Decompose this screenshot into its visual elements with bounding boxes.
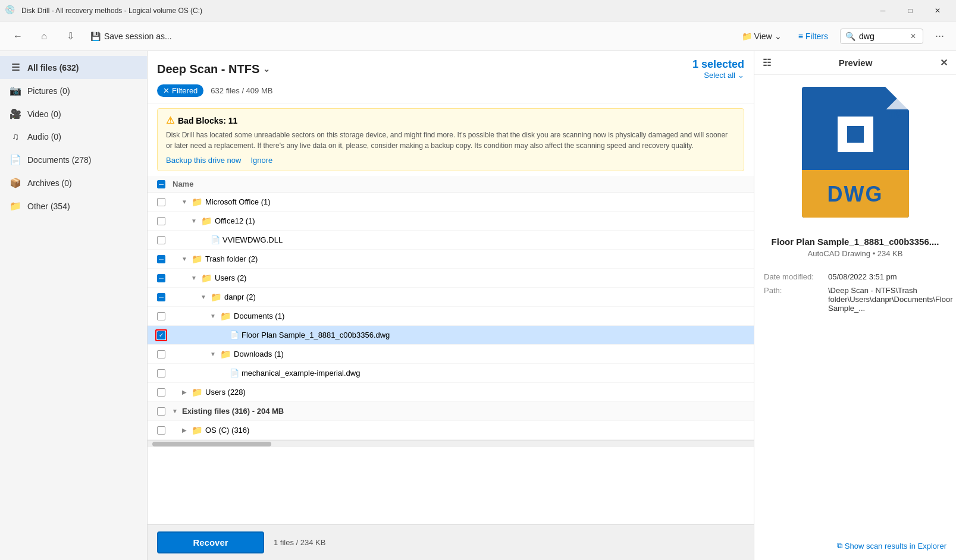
backup-link[interactable]: Backup this drive now (166, 156, 241, 165)
table-row[interactable]: ➡ ▶ 📄 Floor Plan Sample_1_8881_c00b3356.… (148, 326, 754, 345)
preview-close-button[interactable]: ✕ (940, 57, 948, 68)
filter-label: Filtered (172, 86, 198, 95)
title-bar-text: Disk Drill - All recovery methods - Logi… (21, 7, 869, 15)
show-in-explorer-button[interactable]: ⧉ Show scan results in Explorer (837, 541, 946, 550)
file-tree-header: Name (148, 176, 754, 193)
scan-title: Deep Scan - NTFS ⌄ (157, 62, 270, 76)
row-checkbox[interactable] (157, 388, 165, 397)
row-checkbox[interactable] (157, 407, 165, 416)
row-checkbox[interactable] (157, 312, 165, 320)
folder-icon: 📁 (192, 254, 203, 265)
scan-title-chevron[interactable]: ⌄ (263, 64, 270, 74)
sidebar-item-archives[interactable]: 📦 Archives (0) (0, 171, 147, 194)
expand-icon[interactable]: ▶ (180, 426, 189, 435)
expand-icon[interactable]: ▼ (170, 407, 180, 416)
table-row[interactable]: ▼ 📁 Microsoft Office (1) (148, 193, 754, 212)
toolbar: ← ⌂ ⇩ 💾 Save session as... 📁 View ⌄ ≡ Fi… (0, 21, 956, 51)
row-checkbox[interactable] (157, 198, 165, 206)
sidebar-item-label: All files (632) (27, 63, 79, 73)
preview-filename: Floor Plan Sample_1_8881_c00b3356.... (764, 237, 946, 247)
row-checkbox[interactable] (157, 217, 165, 225)
table-row[interactable]: ▼ 📁 Downloads (1) (148, 345, 754, 364)
file-tree-container[interactable]: Name ▼ 📁 Microsoft Office (1) ▼ 📁 Office… (148, 176, 754, 524)
sidebar-item-label: Other (354) (27, 202, 70, 211)
table-row[interactable]: ▼ 📁 Office12 (1) (148, 212, 754, 231)
dwg-file-icon: 📄 (230, 369, 239, 377)
preview-image-area: DWG TM (754, 75, 956, 237)
title-bar: 💿 Disk Drill - All recovery methods - Lo… (0, 0, 956, 21)
back-button[interactable]: ← (7, 26, 29, 47)
scrollbar-thumb[interactable] (152, 442, 271, 446)
horizontal-scrollbar[interactable] (148, 440, 754, 447)
dwg-file-preview: DWG TM (802, 87, 909, 218)
sidebar-item-other[interactable]: 📁 Other (354) (0, 194, 147, 218)
expand-icon[interactable]: ▼ (199, 292, 208, 302)
folder-icon: 📁 (192, 387, 203, 398)
audio-icon: ♫ (10, 131, 21, 142)
sidebar-item-pictures[interactable]: 📷 Pictures (0) (0, 79, 147, 102)
chevron-down-icon: ⌄ (775, 32, 782, 41)
folder-icon: 📁 (201, 216, 212, 226)
bottom-bar: ➡ Recover 1 files / 234 KB (148, 524, 754, 560)
file-name: danpr (2) (224, 292, 256, 301)
download-button[interactable]: ⇩ (59, 26, 81, 47)
dwg-text: DWG (802, 182, 909, 207)
folder-icon: 📁 (192, 197, 203, 207)
meta-path-label: Path: (764, 286, 823, 295)
save-session-button[interactable]: 💾 Save session as... (86, 29, 177, 43)
row-checkbox[interactable] (157, 236, 165, 244)
sidebar-item-documents[interactable]: 📄 Documents (278) (0, 148, 147, 171)
app-icon: 💿 (5, 5, 17, 17)
window-controls: ─ □ ✕ (869, 0, 951, 21)
expand-icon[interactable]: ▼ (208, 350, 218, 359)
view-button[interactable]: 📁 View ⌄ (737, 29, 786, 43)
recover-button[interactable]: Recover (157, 531, 264, 553)
sidebar-item-audio[interactable]: ♫ Audio (0) (0, 125, 147, 148)
expand-icon[interactable]: ▼ (189, 216, 199, 226)
preview-filetype: AutoCAD Drawing • 234 KB (764, 249, 946, 258)
select-all-button[interactable]: Select all ⌄ (704, 71, 744, 80)
filter-badge[interactable]: ✕ Filtered (157, 84, 203, 97)
row-checkbox[interactable] (157, 369, 165, 377)
table-row[interactable]: ▶ 📄 VVIEWDWG.DLL (148, 231, 754, 250)
expand-icon[interactable]: ▼ (208, 312, 218, 321)
view-label: View (754, 32, 772, 41)
table-row[interactable]: ▼ 📁 Documents (1) (148, 307, 754, 326)
expand-icon[interactable]: ▼ (180, 254, 189, 264)
table-row[interactable]: ▶ 📄 mechanical_example-imperial.dwg (148, 364, 754, 383)
row-checkbox[interactable] (157, 331, 165, 339)
sidebar-item-label: Pictures (0) (27, 86, 70, 96)
select-all-checkbox[interactable] (157, 180, 165, 188)
sidebar-item-all-files[interactable]: ☰ All files (632) (0, 56, 147, 79)
close-button[interactable]: ✕ (924, 0, 951, 21)
table-row[interactable]: ▼ 📁 danpr (2) (148, 288, 754, 307)
ignore-link[interactable]: Ignore (250, 156, 272, 165)
sidebar-item-video[interactable]: 🎥 Video (0) (0, 102, 147, 125)
table-row[interactable]: ▼ 📁 Trash folder (2) (148, 250, 754, 269)
save-session-label: Save session as... (104, 32, 172, 41)
copy-icon[interactable]: ☷ (763, 57, 771, 68)
search-input[interactable] (859, 32, 907, 41)
expand-icon[interactable]: ▼ (189, 273, 199, 283)
file-name: Office12 (1) (215, 216, 255, 225)
expand-icon[interactable]: ▶ (180, 388, 189, 397)
content-area: Deep Scan - NTFS ⌄ 1 selected Select all… (148, 51, 754, 560)
minimize-button[interactable]: ─ (869, 0, 897, 21)
table-row[interactable]: ▶ 📁 OS (C) (316) (148, 421, 754, 440)
search-clear-button[interactable]: ✕ (910, 32, 916, 40)
table-row[interactable]: ▶ 📁 Users (228) (148, 383, 754, 402)
more-button[interactable]: ··· (930, 27, 949, 45)
table-row[interactable]: ▼ 📁 Users (2) (148, 269, 754, 288)
maximize-button[interactable]: □ (897, 0, 924, 21)
archives-icon: 📦 (10, 177, 21, 188)
row-checkbox[interactable] (157, 274, 165, 282)
expand-icon[interactable]: ▼ (180, 197, 189, 207)
row-checkbox[interactable] (157, 350, 165, 358)
filters-button[interactable]: ≡ Filters (794, 29, 833, 43)
row-checkbox[interactable] (157, 255, 165, 263)
row-checkbox[interactable] (157, 426, 165, 435)
preview-title: Preview (839, 58, 873, 68)
home-button[interactable]: ⌂ (33, 26, 55, 47)
search-box[interactable]: 🔍 ✕ (840, 29, 923, 44)
row-checkbox[interactable] (157, 293, 165, 301)
